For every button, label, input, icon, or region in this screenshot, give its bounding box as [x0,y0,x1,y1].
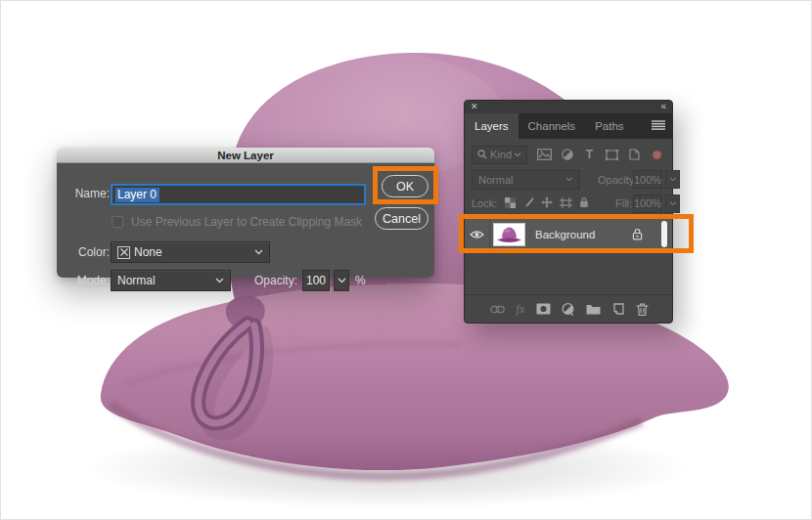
clipping-mask-label: Use Previous Layer to Create Clipping Ma… [131,215,362,229]
link-layers-icon[interactable] [490,305,505,314]
layer-name: Background [535,229,595,240]
mode-value: Normal [117,274,156,287]
row-divider [489,219,490,249]
ok-button[interactable]: OK [382,175,429,197]
blend-mode-select[interactable]: Normal [472,170,580,190]
opacity-input[interactable]: 100 [302,270,330,291]
panel-titlebar: ✕ « [465,101,672,113]
layer-lock-icon[interactable] [632,228,643,240]
adjustment-layer-icon[interactable] [562,303,574,316]
delete-layer-icon[interactable] [636,303,649,316]
shape-filter-icon[interactable] [604,150,620,160]
name-label: Name: [67,187,110,200]
kind-filter-select[interactable]: Kind [472,146,527,164]
new-layer-icon[interactable] [611,303,624,316]
add-layer-mask-icon[interactable] [536,303,551,315]
chevron-down-icon [565,177,573,182]
new-layer-dialog: New Layer Name: Layer 0 Use Previous Lay… [57,148,434,278]
mode-label: Mode: [67,274,110,287]
color-label: Color: [67,245,110,259]
panel-close-icon[interactable]: ✕ [471,101,478,113]
hat-thumbnail-image [495,225,523,244]
chevron-down-icon [254,249,263,255]
chevron-down-icon [669,177,677,182]
layer-style-fx-icon[interactable]: fx [517,302,525,317]
panel-opacity-chevron[interactable] [665,170,680,189]
lock-position-icon[interactable] [541,196,553,210]
pixel-layer-filter-icon[interactable] [536,149,553,160]
color-select[interactable]: None [111,241,270,263]
panel-collapse-icon[interactable]: « [660,101,666,112]
adjustment-filter-icon[interactable] [559,149,575,160]
chevron-down-icon [514,152,521,157]
color-value: None [134,245,162,259]
tab-layers[interactable]: Layers [465,113,519,139]
panel-opacity-value[interactable]: 100% [633,170,662,189]
chevron-down-icon [215,278,224,283]
opacity-label: Opacity: [248,274,297,287]
tab-paths[interactable]: Paths [585,113,633,139]
type-filter-icon[interactable]: T [581,150,598,160]
search-icon [477,150,487,159]
layers-panel: ✕ « Layers Channels Paths Kind [464,100,673,324]
blend-mode-value: Normal [478,174,513,186]
opacity-unit: % [355,274,366,287]
panel-tabbar: Layers Channels Paths [465,113,672,139]
fill-chevron[interactable] [665,195,680,213]
layer-name-input[interactable]: Layer 0 [111,184,366,205]
blend-row: Normal Opacity: 100% [472,169,665,190]
lock-row: Lock: Fill: 100% [472,194,665,213]
kind-filter-label: Kind [490,149,512,160]
layer-name-value: Layer 0 [115,188,159,202]
tab-channels[interactable]: Channels [519,113,586,139]
filter-toggle-icon[interactable] [649,150,665,160]
panel-bottom-toolbar: fx [465,294,672,323]
smart-object-filter-icon[interactable] [626,149,643,160]
visibility-eye-icon[interactable] [465,230,489,239]
panel-opacity-label: Opacity: [598,174,637,186]
lock-label: Lock: [472,197,497,209]
lock-all-icon[interactable] [579,196,589,210]
chevron-down-icon [338,278,346,283]
chevron-down-icon [669,201,677,206]
panel-scrollbar[interactable] [661,221,667,247]
layer-row-background[interactable]: Background [465,219,672,249]
mode-select[interactable]: Normal [111,270,231,291]
panel-menu-icon[interactable] [652,120,672,132]
lock-pixels-icon[interactable] [522,196,534,210]
fill-value[interactable]: 100% [633,195,662,213]
dialog-titlebar[interactable]: New Layer [57,148,434,163]
layer-thumbnail[interactable] [493,223,525,246]
no-color-icon [117,246,130,259]
lock-artboard-icon[interactable] [560,197,572,210]
fill-label: Fill: [615,197,632,209]
lock-transparency-icon[interactable] [505,197,516,210]
opacity-chevron[interactable] [334,270,349,291]
screenshot-canvas: ✕ « Layers Channels Paths Kind [0,0,812,520]
new-group-icon[interactable] [586,303,601,315]
clipping-mask-checkbox[interactable] [112,216,123,228]
cancel-button[interactable]: Cancel [375,207,429,230]
filter-row: Kind T [472,145,665,164]
